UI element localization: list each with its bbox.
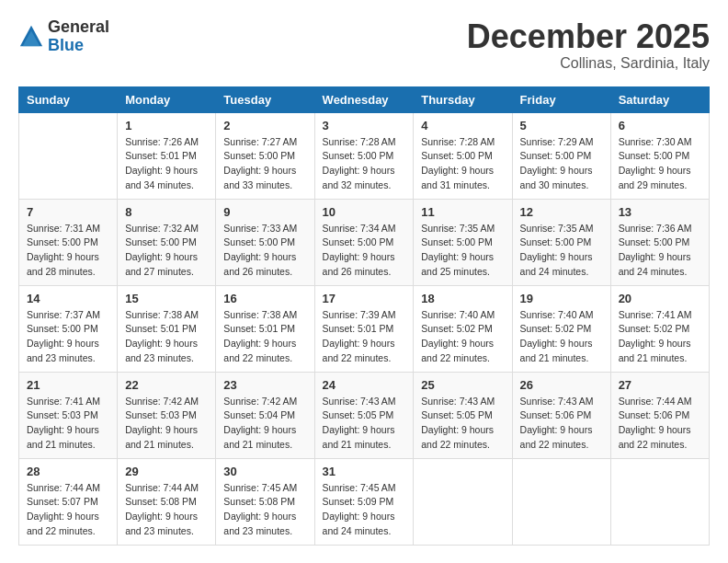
sunset-time: Sunset: 5:00 PM [520, 150, 592, 161]
weekday-header: Thursday [414, 86, 512, 112]
location: Collinas, Sardinia, Italy [467, 55, 710, 72]
day-number: 5 [520, 119, 603, 132]
day-info: Sunrise: 7:45 AM Sunset: 5:08 PM Dayligh… [223, 481, 306, 539]
day-info: Sunrise: 7:42 AM Sunset: 5:03 PM Dayligh… [125, 395, 208, 453]
day-number: 4 [421, 119, 504, 132]
calendar-cell: 26 Sunrise: 7:43 AM Sunset: 5:06 PM Dayl… [512, 372, 610, 458]
daylight-hours: Daylight: 9 hours and 31 minutes. [421, 165, 494, 190]
sunrise-time: Sunrise: 7:38 AM [125, 309, 199, 320]
day-info: Sunrise: 7:44 AM Sunset: 5:06 PM Dayligh… [619, 395, 701, 453]
sunset-time: Sunset: 5:03 PM [27, 409, 98, 420]
daylight-hours: Daylight: 9 hours and 22 minutes. [520, 424, 593, 450]
daylight-hours: Daylight: 9 hours and 23 minutes. [125, 511, 198, 536]
day-number: 10 [323, 205, 406, 219]
daylight-hours: Daylight: 9 hours and 33 minutes. [223, 165, 296, 190]
sunset-time: Sunset: 5:00 PM [323, 236, 394, 247]
day-info: Sunrise: 7:35 AM Sunset: 5:00 PM Dayligh… [520, 222, 603, 280]
calendar-cell: 29 Sunrise: 7:44 AM Sunset: 5:08 PM Dayl… [118, 458, 216, 545]
daylight-hours: Daylight: 9 hours and 23 minutes. [125, 338, 198, 363]
day-info: Sunrise: 7:41 AM Sunset: 5:02 PM Dayligh… [619, 308, 701, 366]
day-info: Sunrise: 7:28 AM Sunset: 5:00 PM Dayligh… [421, 135, 504, 193]
calendar-cell: 9 Sunrise: 7:33 AM Sunset: 5:00 PM Dayli… [216, 199, 314, 285]
sunset-time: Sunset: 5:05 PM [323, 409, 394, 420]
daylight-hours: Daylight: 9 hours and 22 minutes. [619, 424, 691, 450]
sunrise-time: Sunrise: 7:44 AM [619, 396, 692, 407]
sunrise-time: Sunrise: 7:41 AM [27, 396, 100, 407]
sunset-time: Sunset: 5:00 PM [27, 236, 98, 247]
daylight-hours: Daylight: 9 hours and 22 minutes. [223, 338, 296, 363]
calendar-cell: 22 Sunrise: 7:42 AM Sunset: 5:03 PM Dayl… [118, 372, 216, 458]
calendar-cell: 1 Sunrise: 7:26 AM Sunset: 5:01 PM Dayli… [118, 112, 216, 199]
sunrise-time: Sunrise: 7:29 AM [520, 136, 594, 147]
sunrise-time: Sunrise: 7:41 AM [619, 309, 692, 320]
calendar-cell [19, 112, 118, 199]
sunrise-time: Sunrise: 7:33 AM [223, 223, 297, 234]
sunrise-time: Sunrise: 7:34 AM [323, 223, 396, 234]
calendar-cell: 2 Sunrise: 7:27 AM Sunset: 5:00 PM Dayli… [216, 112, 314, 199]
day-info: Sunrise: 7:38 AM Sunset: 5:01 PM Dayligh… [223, 308, 306, 366]
day-info: Sunrise: 7:44 AM Sunset: 5:07 PM Dayligh… [27, 481, 109, 539]
sunrise-time: Sunrise: 7:40 AM [520, 309, 594, 320]
calendar-cell: 3 Sunrise: 7:28 AM Sunset: 5:00 PM Dayli… [314, 112, 414, 199]
calendar-cell: 8 Sunrise: 7:32 AM Sunset: 5:00 PM Dayli… [118, 199, 216, 285]
day-number: 8 [125, 205, 208, 219]
sunrise-time: Sunrise: 7:32 AM [125, 223, 199, 234]
day-info: Sunrise: 7:26 AM Sunset: 5:01 PM Dayligh… [125, 135, 208, 193]
daylight-hours: Daylight: 9 hours and 22 minutes. [421, 424, 494, 450]
sunset-time: Sunset: 5:00 PM [223, 150, 295, 161]
day-number: 30 [223, 465, 306, 478]
daylight-hours: Daylight: 9 hours and 30 minutes. [520, 165, 593, 190]
day-number: 24 [323, 378, 406, 392]
sunrise-time: Sunrise: 7:43 AM [421, 396, 495, 407]
calendar-cell [512, 458, 610, 545]
calendar-cell: 30 Sunrise: 7:45 AM Sunset: 5:08 PM Dayl… [216, 458, 314, 545]
sunset-time: Sunset: 5:06 PM [520, 409, 592, 420]
day-number: 20 [619, 292, 701, 305]
sunrise-time: Sunrise: 7:38 AM [223, 309, 297, 320]
calendar-cell: 4 Sunrise: 7:28 AM Sunset: 5:00 PM Dayli… [414, 112, 512, 199]
day-info: Sunrise: 7:40 AM Sunset: 5:02 PM Dayligh… [520, 308, 603, 366]
day-number: 31 [323, 465, 406, 478]
daylight-hours: Daylight: 9 hours and 29 minutes. [619, 165, 691, 190]
day-number: 6 [619, 119, 701, 132]
weekday-header: Sunday [19, 86, 118, 112]
daylight-hours: Daylight: 9 hours and 21 minutes. [619, 338, 691, 363]
page-header: General Blue December 2025 Collinas, Sar… [18, 18, 710, 72]
day-number: 2 [223, 119, 306, 132]
sunset-time: Sunset: 5:00 PM [27, 323, 98, 334]
daylight-hours: Daylight: 9 hours and 22 minutes. [323, 338, 395, 363]
day-info: Sunrise: 7:27 AM Sunset: 5:00 PM Dayligh… [223, 135, 306, 193]
sunset-time: Sunset: 5:01 PM [223, 323, 295, 334]
calendar-cell [610, 458, 709, 545]
calendar-cell: 15 Sunrise: 7:38 AM Sunset: 5:01 PM Dayl… [118, 285, 216, 372]
day-info: Sunrise: 7:43 AM Sunset: 5:06 PM Dayligh… [520, 395, 603, 453]
sunset-time: Sunset: 5:08 PM [223, 496, 295, 507]
calendar-cell: 25 Sunrise: 7:43 AM Sunset: 5:05 PM Dayl… [414, 372, 512, 458]
day-number: 19 [520, 292, 603, 305]
logo-icon [18, 24, 44, 50]
sunset-time: Sunset: 5:00 PM [125, 236, 197, 247]
sunset-time: Sunset: 5:02 PM [619, 323, 690, 334]
sunset-time: Sunset: 5:00 PM [421, 236, 493, 247]
day-number: 14 [27, 292, 109, 305]
logo-text: General Blue [48, 18, 109, 55]
day-info: Sunrise: 7:40 AM Sunset: 5:02 PM Dayligh… [421, 308, 504, 366]
sunset-time: Sunset: 5:00 PM [223, 236, 295, 247]
day-info: Sunrise: 7:34 AM Sunset: 5:00 PM Dayligh… [323, 222, 406, 280]
day-number: 1 [125, 119, 208, 132]
day-info: Sunrise: 7:28 AM Sunset: 5:00 PM Dayligh… [323, 135, 406, 193]
sunrise-time: Sunrise: 7:26 AM [125, 136, 199, 147]
daylight-hours: Daylight: 9 hours and 23 minutes. [223, 511, 296, 536]
day-number: 13 [619, 205, 701, 219]
day-number: 9 [223, 205, 306, 219]
calendar-cell: 18 Sunrise: 7:40 AM Sunset: 5:02 PM Dayl… [414, 285, 512, 372]
sunrise-time: Sunrise: 7:40 AM [421, 309, 495, 320]
sunset-time: Sunset: 5:00 PM [421, 150, 493, 161]
day-number: 22 [125, 378, 208, 392]
day-info: Sunrise: 7:42 AM Sunset: 5:04 PM Dayligh… [223, 395, 306, 453]
sunset-time: Sunset: 5:01 PM [125, 150, 197, 161]
day-info: Sunrise: 7:43 AM Sunset: 5:05 PM Dayligh… [421, 395, 504, 453]
sunset-time: Sunset: 5:07 PM [27, 496, 98, 507]
sunrise-time: Sunrise: 7:30 AM [619, 136, 692, 147]
daylight-hours: Daylight: 9 hours and 21 minutes. [520, 338, 593, 363]
